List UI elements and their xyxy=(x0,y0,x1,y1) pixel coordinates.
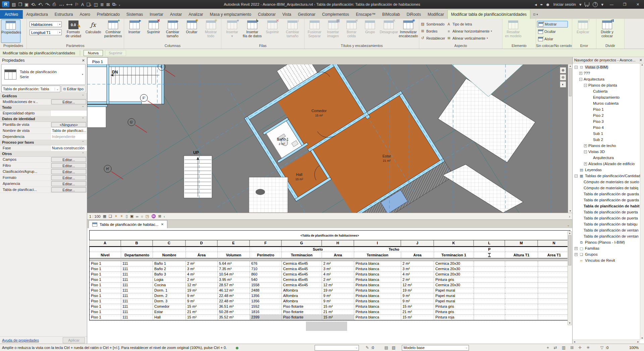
table-cell[interactable]: Logia xyxy=(153,277,186,283)
table-cell[interactable]: Cermica 20x30 xyxy=(434,283,474,288)
table-cell[interactable]: Pintura blanca xyxy=(354,261,401,266)
table-cell[interactable] xyxy=(474,304,505,309)
table-cell[interactable]: 21 m² xyxy=(401,309,434,315)
table-cell[interactable]: Cocina xyxy=(153,283,186,288)
table-cell[interactable]: Piso 1 xyxy=(90,293,121,299)
tree-item-tabla-de-planificación-de-ventan[interactable]: Tabla de planificación de ventan xyxy=(573,227,640,233)
table-cell[interactable]: Pintura blanca xyxy=(354,293,401,299)
chevron-down-icon[interactable]: ▾ xyxy=(58,23,61,26)
tab-insertar[interactable]: Insertar xyxy=(146,10,167,19)
edit-button[interactable]: Editar... xyxy=(51,169,86,174)
expand-icon[interactable]: + xyxy=(575,253,578,256)
column-header-Volumen[interactable]: Volumen xyxy=(218,252,250,258)
tree-item-piso-3[interactable]: Piso 3 xyxy=(573,118,640,124)
properties-section-4[interactable]: Datos de identidad xyxy=(0,116,87,122)
ribbon-button-sombreado[interactable]: ▨Sombreado xyxy=(420,21,445,27)
tree-item-leyendas[interactable]: ▤Leyendas xyxy=(573,167,640,173)
tree-item-muros-cubierta[interactable]: Muros cubierta xyxy=(573,100,640,106)
tree-item-sub-1[interactable]: Sub 1 xyxy=(573,131,640,137)
chevron-down-icon[interactable]: ⌄ xyxy=(465,346,469,349)
property-value[interactable] xyxy=(50,110,87,116)
group-header-empty[interactable] xyxy=(90,247,121,252)
table-cell[interactable] xyxy=(474,293,505,299)
table-cell[interactable]: Comedor xyxy=(153,304,186,309)
table-cell[interactable]: Papel mural xyxy=(434,299,474,304)
table-cell[interactable]: Alfombra xyxy=(282,299,322,304)
table-cell[interactable]: 2 m² xyxy=(322,277,354,283)
table-cell[interactable]: Cermica 45x45 xyxy=(282,283,322,288)
ribbon-button-formato-de-unidad[interactable]: 0.0✎Formato de unidad xyxy=(64,19,83,43)
table-cell[interactable]: 15 m² xyxy=(401,304,434,309)
property-value[interactable]: Editar... xyxy=(50,187,87,193)
close-properties-icon[interactable]: ✕ xyxy=(82,58,85,63)
tab-masa-y-emplazamiento[interactable]: Masa y emplazamiento xyxy=(207,10,255,19)
table-cell[interactable]: 21 m² xyxy=(186,309,218,315)
ribbon-button-insertar[interactable]: ▸Insertar xyxy=(125,19,144,43)
close-button[interactable]: ✕ xyxy=(633,0,643,9)
tree-item-tabla-de-planificación-de-puerta[interactable]: Tabla de planificación de puerta xyxy=(573,209,640,215)
column-letter-F[interactable]: F xyxy=(250,240,281,246)
column-header-Area[interactable]: Area xyxy=(401,252,434,258)
table-cell[interactable]: Piso flotante xyxy=(282,309,322,315)
table-cell[interactable]: 111 xyxy=(121,283,153,288)
tree-item-piso-2[interactable]: Piso 2 xyxy=(573,112,640,118)
ribbon-button-ocultar[interactable]: ☀Ocultar xyxy=(537,28,568,35)
table-cell[interactable]: 111 xyxy=(121,304,153,309)
table-cell[interactable]: Cermica 20x30 xyxy=(434,272,474,277)
tree-item-tabla-de-planificación-de-habit[interactable]: Tabla de planificación de habit xyxy=(573,203,640,209)
restore-button[interactable]: ❐ xyxy=(620,0,630,9)
tab-diroots[interactable]: DiRoots xyxy=(403,10,424,19)
table-cell[interactable]: Pintura blanca xyxy=(354,299,401,304)
table-cell[interactable]: Piso 1 xyxy=(90,315,121,320)
aligned-dimension-icon[interactable]: ⟷ xyxy=(66,2,72,7)
table-cell[interactable]: Cermica 20x30 xyxy=(434,266,474,272)
schedule-vertical-scrollbar[interactable]: ▴▾ xyxy=(568,231,572,325)
group-header-Suelo[interactable]: Suelo xyxy=(282,247,354,252)
close-hidden-windows-icon[interactable]: ⊠ xyxy=(106,2,110,7)
edit-button[interactable]: <Ninguno> xyxy=(51,122,86,127)
close-view-icon[interactable]: ✕ xyxy=(161,222,164,226)
ribbon-button-mostrar[interactable]: ☀Mostrar xyxy=(537,21,568,28)
table-cell[interactable]: 111 xyxy=(121,288,153,293)
scroll-right-icon[interactable]: › xyxy=(569,214,570,218)
table-cell[interactable]: 9 m² xyxy=(401,299,434,304)
table-cell[interactable]: 9 m² xyxy=(401,293,434,299)
table-cell[interactable]: 50.28 m³ xyxy=(218,309,250,315)
table-cell[interactable]: Piso flotante xyxy=(282,315,322,320)
table-cell[interactable]: Baño 1 xyxy=(153,261,186,266)
tree-item-familias[interactable]: +▢Familias xyxy=(573,245,640,251)
table-cell[interactable]: Baño 2 xyxy=(153,266,186,272)
tab-list-icon[interactable]: ⌄ xyxy=(564,223,572,228)
table-cell[interactable]: 111 xyxy=(121,299,153,304)
column-header-Perímetro[interactable]: Perímetro xyxy=(250,252,282,258)
switch-windows-icon[interactable]: ⧉▾ xyxy=(112,2,117,7)
group-header-empty[interactable] xyxy=(505,247,538,252)
chevron-down-icon[interactable]: ▾ xyxy=(487,37,488,40)
column-letter-J[interactable]: J xyxy=(401,240,434,246)
table-cell[interactable]: 15 m² xyxy=(186,304,218,309)
ribbon-button-dividir-y-colocar[interactable]: ⇉Dividir y colocar xyxy=(597,19,617,43)
chevron-down-icon[interactable]: ⌄ xyxy=(55,88,60,91)
section-icon[interactable]: ◫ xyxy=(94,2,98,7)
store-cart-icon[interactable] xyxy=(585,2,589,5)
edit-button[interactable]: Editar... xyxy=(51,157,86,162)
edit-button[interactable]: Editar... xyxy=(51,187,86,192)
ribbon-button-inmovilizar-encabezado[interactable]: ✳Inmovilizar encabezado xyxy=(399,19,418,43)
table-cell[interactable]: 2488 xyxy=(250,288,282,293)
table-cell[interactable] xyxy=(538,277,571,283)
table-cell[interactable]: Piso 1 xyxy=(90,272,121,277)
table-cell[interactable]: 19 m² xyxy=(401,288,434,293)
table-cell[interactable] xyxy=(538,288,571,293)
table-cell[interactable]: 1356 xyxy=(250,293,282,299)
save-icon[interactable]: ▣ xyxy=(24,2,29,7)
property-value[interactable]: Editar... xyxy=(50,157,87,162)
column-letter-L[interactable]: L xyxy=(474,240,505,246)
table-cell[interactable] xyxy=(505,299,538,304)
ribbon-button-bordes[interactable]: ⊞Bordes xyxy=(420,28,445,34)
temporary-view-properties-icon[interactable]: ◳ xyxy=(146,214,149,218)
column-header-Altura T1[interactable]: Altura T1 xyxy=(505,252,538,258)
tab-estructura[interactable]: Estructura xyxy=(51,10,76,19)
drag-elements-icon[interactable]: ✛ xyxy=(578,345,582,350)
table-cell[interactable]: 111 xyxy=(121,293,153,299)
visual-style-icon[interactable]: ▦ xyxy=(103,214,106,218)
